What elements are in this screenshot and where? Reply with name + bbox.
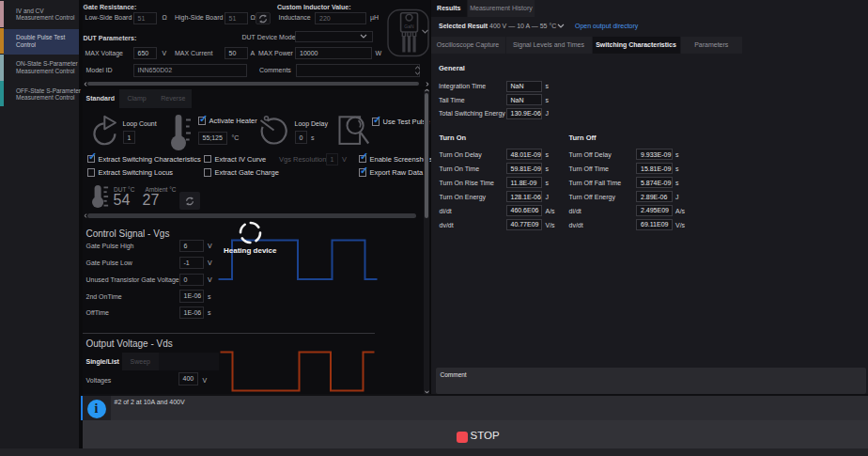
svg-text:GaN: GaN bbox=[404, 24, 414, 29]
